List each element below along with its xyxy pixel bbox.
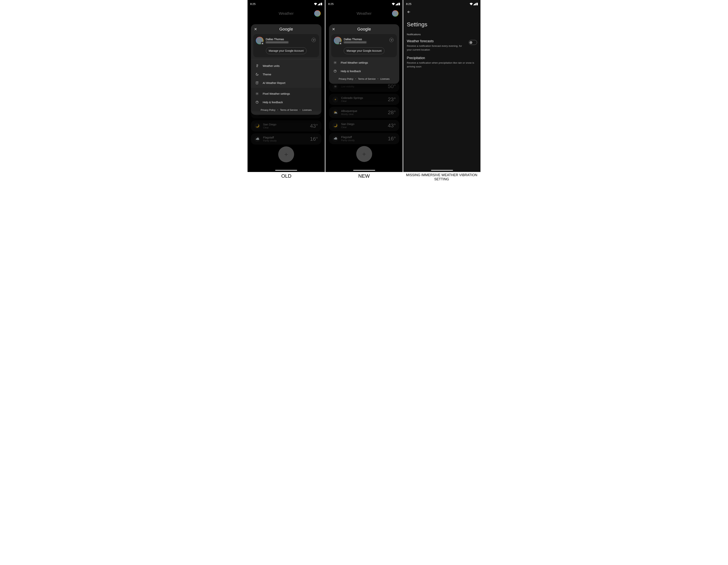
setting-precipitation[interactable]: Precipitation Receive a notification whe… bbox=[403, 56, 480, 73]
weather-list-bg: ⛅ Mostly clear 28° 🌙 San DiegoClear 43° … bbox=[248, 109, 325, 165]
svg-rect-1 bbox=[321, 3, 322, 3]
back-button[interactable] bbox=[403, 6, 480, 15]
thermometer-icon bbox=[255, 64, 259, 67]
add-location-fab[interactable]: + bbox=[278, 146, 294, 162]
weather-header: Weather bbox=[248, 6, 325, 20]
weather-card[interactable]: ⛅ AlbuquerqueMostly clear 28° bbox=[329, 107, 399, 118]
account-block: ◉ Dallas Thomas Manage your Google Accou… bbox=[331, 34, 397, 57]
status-bar: 8:25 bbox=[326, 0, 403, 6]
account-expand-icon[interactable] bbox=[389, 38, 394, 42]
status-bar: 8:25 bbox=[248, 0, 325, 6]
account-row[interactable]: ◉ Dallas Thomas bbox=[334, 37, 394, 44]
caption-new: NEW bbox=[325, 172, 403, 183]
manage-account-button[interactable]: Manage your Google Account bbox=[344, 47, 384, 54]
status-time: 8:25 bbox=[250, 2, 255, 5]
setting-title: Weather forecasts bbox=[407, 39, 466, 43]
setting-title: Precipitation bbox=[407, 56, 477, 60]
account-name: Dallas Thomas bbox=[344, 38, 366, 41]
fog-icon: ≋ bbox=[332, 83, 338, 89]
status-time: 8:25 bbox=[328, 2, 334, 5]
menu-item-pixel-settings[interactable]: Pixel Weather settings bbox=[251, 89, 321, 98]
captions-row: OLD NEW MISSING IMMERSIVE WEATHER VIBRAT… bbox=[248, 172, 480, 183]
setting-weather-forecasts[interactable]: Weather forecasts Receive a notification… bbox=[403, 39, 480, 56]
ai-report-icon bbox=[255, 81, 259, 84]
gear-icon bbox=[333, 61, 337, 64]
help-icon bbox=[333, 70, 337, 73]
svg-point-7 bbox=[335, 62, 335, 63]
settings-section: Notifications bbox=[403, 33, 480, 39]
cloud-icon: ☁️ bbox=[332, 136, 338, 142]
toggle-weather-forecasts[interactable] bbox=[469, 40, 477, 45]
status-time: 8:25 bbox=[406, 2, 411, 5]
account-block: ◉ Dallas Thomas Manage your Google Accou… bbox=[253, 34, 319, 57]
moon-icon: 🌙 bbox=[332, 123, 338, 129]
account-email-redacted bbox=[266, 41, 288, 43]
menu-item-theme[interactable]: Theme bbox=[251, 70, 321, 79]
menu-item-label: Pixel Weather settings bbox=[263, 92, 290, 95]
camera-badge-icon: ◉ bbox=[339, 42, 342, 45]
gesture-nav-bar[interactable] bbox=[275, 170, 297, 171]
legal-links: Privacy Policy• Terms of Service• Licens… bbox=[329, 75, 399, 80]
gesture-nav-bar[interactable] bbox=[353, 170, 375, 171]
setting-desc: Receive a notification when precipitatio… bbox=[407, 61, 477, 68]
account-name: Dallas Thomas bbox=[266, 38, 288, 41]
licenses-link[interactable]: Licenses bbox=[302, 109, 312, 111]
account-row[interactable]: ◉ Dallas Thomas bbox=[256, 37, 316, 44]
moon-icon: 🌙 bbox=[254, 123, 260, 129]
status-icons bbox=[470, 3, 478, 5]
gear-icon bbox=[255, 92, 259, 95]
app-title: Weather bbox=[336, 11, 392, 16]
menu-item-help[interactable]: Help & feedback bbox=[251, 98, 321, 106]
account-overlay: ✕ Google ◉ Dallas Thomas Manage your Goo… bbox=[329, 24, 399, 84]
weather-card[interactable]: 🌙 San DiegoClear 43° bbox=[329, 120, 399, 131]
gesture-nav-bar[interactable] bbox=[431, 170, 453, 171]
settings-title: Settings bbox=[403, 15, 480, 33]
weather-card[interactable]: ☁️ FlagstaffPartly cloudy 16° bbox=[329, 133, 399, 144]
add-location-fab[interactable]: + bbox=[356, 146, 372, 162]
phone-new: 8:25 Weather ≋ Low visibility 50° ● Colo… bbox=[325, 0, 403, 172]
google-logo: Google bbox=[279, 27, 293, 32]
legal-links: Privacy Policy• Terms of Service• Licens… bbox=[251, 106, 321, 111]
weather-card[interactable]: ● Colorado SpringsClear 23° bbox=[329, 94, 399, 105]
profile-avatar[interactable] bbox=[314, 10, 321, 17]
svg-rect-0 bbox=[321, 3, 322, 5]
status-bar: 8:25 bbox=[403, 0, 480, 6]
svg-rect-10 bbox=[477, 3, 477, 3]
menu-item-label: Pixel Weather settings bbox=[341, 61, 368, 64]
account-overlay: ✕ Google ◉ Dallas Thomas Manage your Goo… bbox=[251, 24, 321, 115]
profile-avatar[interactable] bbox=[392, 10, 398, 17]
weather-card[interactable]: 🌙 San DiegoClear 43° bbox=[251, 120, 321, 131]
menu-item-ai-report[interactable]: AI Weather Report bbox=[251, 79, 321, 87]
menu-item-label: Weather units bbox=[263, 64, 280, 67]
sun-icon: ● bbox=[332, 96, 338, 102]
menu-item-help[interactable]: Help & feedback bbox=[329, 67, 399, 75]
weather-card[interactable]: ☁️ FlagstaffPartly cloudy 16° bbox=[251, 133, 321, 145]
menu-item-label: Help & feedback bbox=[263, 101, 283, 104]
account-expand-icon[interactable] bbox=[312, 38, 316, 42]
privacy-link[interactable]: Privacy Policy bbox=[261, 109, 275, 111]
menu-item-weather-units[interactable]: Weather units bbox=[251, 62, 321, 70]
caption-third: MISSING IMMERSIVE WEATHER VIBRATION SETT… bbox=[403, 172, 480, 183]
privacy-link[interactable]: Privacy Policy bbox=[339, 78, 353, 80]
tos-link[interactable]: Terms of Service bbox=[358, 78, 376, 80]
manage-account-button[interactable]: Manage your Google Account bbox=[266, 47, 307, 54]
google-logo: Google bbox=[357, 27, 371, 32]
cloud-icon: ☁️ bbox=[254, 136, 260, 142]
weather-list-bg: ≋ Low visibility 50° ● Colorado SpringsC… bbox=[326, 82, 403, 164]
licenses-link[interactable]: Licenses bbox=[380, 78, 390, 80]
account-avatar[interactable]: ◉ bbox=[334, 37, 341, 44]
menu-item-label: Theme bbox=[263, 73, 271, 76]
svg-rect-5 bbox=[398, 3, 400, 5]
menu-item-pixel-settings[interactable]: Pixel Weather settings bbox=[329, 58, 399, 67]
svg-rect-9 bbox=[476, 3, 478, 5]
close-icon[interactable]: ✕ bbox=[332, 27, 335, 31]
menu-item-label: Help & feedback bbox=[341, 70, 361, 73]
help-icon bbox=[255, 101, 259, 104]
menu-item-label: AI Weather Report bbox=[263, 81, 285, 84]
setting-desc: Receive a notification forecast every ev… bbox=[407, 44, 466, 52]
close-icon[interactable]: ✕ bbox=[254, 27, 257, 31]
svg-point-3 bbox=[257, 93, 257, 94]
tos-link[interactable]: Terms of Service bbox=[280, 109, 298, 111]
status-icons bbox=[392, 3, 400, 5]
account-avatar[interactable]: ◉ bbox=[256, 37, 263, 44]
